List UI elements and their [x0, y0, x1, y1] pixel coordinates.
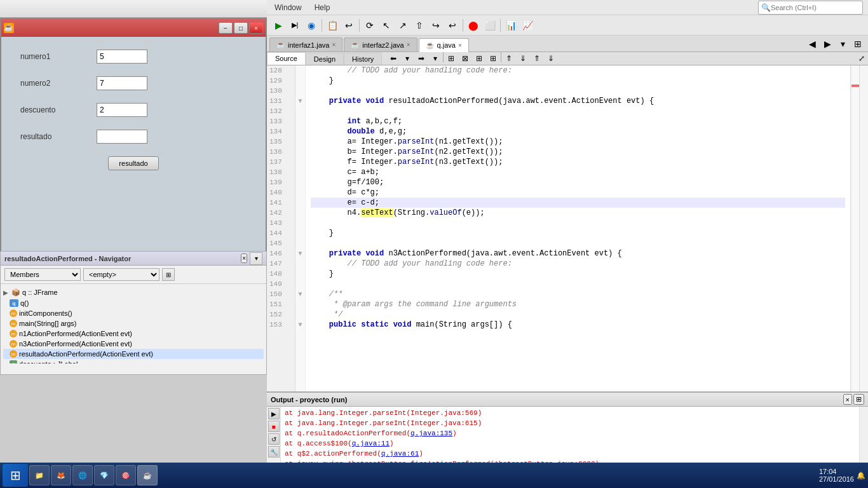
swing-close-button[interactable]: × — [249, 22, 263, 34]
editor-btn-fwd[interactable]: ➡ — [415, 52, 428, 65]
taskbar-netbeans[interactable]: ☕ — [137, 465, 158, 485]
editor-btn-jump3[interactable]: ⇑ — [531, 52, 543, 65]
editor-btn-jump2[interactable]: ⇓ — [517, 52, 529, 65]
toolbar-btn-11[interactable]: 📊 — [503, 18, 519, 33]
output-line: at java.lang.Integer.parseInt(Integer.ja… — [285, 408, 855, 418]
tab-scroll-left[interactable]: ◀ — [804, 36, 820, 51]
code-line-141: e= c-d; — [311, 198, 845, 208]
subtab-history[interactable]: History — [344, 53, 382, 65]
run-button[interactable]: ▶ — [271, 18, 286, 33]
toolbar-btn-9[interactable]: ⬤ — [466, 18, 481, 33]
toolbar-btn-12[interactable]: 📈 — [520, 18, 535, 33]
editor-expand-button[interactable]: ⤢ — [855, 52, 868, 65]
code-content[interactable]: // TODO add your handling code here: } p… — [306, 65, 850, 391]
taskbar-browser[interactable]: 🌐 — [72, 465, 93, 485]
editor-btn-dropdown2[interactable]: ▾ — [429, 52, 442, 65]
toolbar-btn-6[interactable]: ⇧ — [412, 18, 427, 33]
members-select[interactable]: Members — [4, 268, 81, 281]
output-rerun-button[interactable]: ↺ — [268, 433, 280, 445]
output-link[interactable]: q.java:11 — [352, 440, 390, 447]
navigator-menu-button[interactable]: ▾ — [250, 252, 262, 265]
tree-item-resultadoaction[interactable]: m resultadoActionPerformed(ActionEvent e… — [3, 349, 264, 359]
editor-sep2 — [501, 52, 501, 62]
output-link[interactable]: q.java:61 — [381, 450, 419, 458]
tree-item-n1action[interactable]: m n1ActionPerformed(ActionEvent evt) — [3, 329, 264, 339]
tab-close-qjava[interactable]: × — [458, 42, 462, 49]
method-icon: m — [10, 330, 17, 337]
output-maximize-button[interactable]: ⊞ — [853, 394, 864, 405]
tree-item-initcomponents[interactable]: m initComponents() — [3, 308, 264, 318]
navigator-close-button[interactable]: × — [241, 254, 247, 263]
output-clear-button[interactable]: 🔧 — [268, 446, 280, 458]
taskbar-right: 17:04 27/01/2016 🔔 — [819, 468, 865, 483]
form-row-resultado: resultado — [20, 130, 247, 144]
resultado-button[interactable]: resultado — [108, 156, 158, 170]
tab-scroll-right[interactable]: ▶ — [820, 36, 835, 51]
taskbar-time: 17:04 — [819, 468, 854, 475]
toolbar-separator-2 — [359, 19, 360, 32]
empty-select[interactable]: <empty> — [83, 268, 159, 281]
taskbar-app1[interactable]: 💎 — [94, 465, 114, 485]
toolbar-btn-5[interactable]: ↗ — [395, 18, 410, 33]
tab-interfaz2[interactable]: ☕ interfaz2.java × — [344, 37, 417, 51]
tree-item-label: n3ActionPerformed(ActionEvent evt) — [19, 340, 132, 348]
taskbar-app2[interactable]: 🎯 — [116, 465, 136, 485]
menu-help[interactable]: Help — [312, 2, 333, 13]
search-input[interactable] — [771, 4, 860, 11]
output-close-button[interactable]: × — [843, 394, 852, 405]
debug-button[interactable]: ▶| — [287, 18, 302, 33]
subtab-design[interactable]: Design — [306, 53, 344, 65]
tree-item-n3action[interactable]: m n3ActionPerformed(ActionEvent evt) — [3, 339, 264, 349]
editor-btn-dropdown[interactable]: ▾ — [401, 52, 414, 65]
input-numero1[interactable] — [97, 50, 147, 64]
tree-item-constructor[interactable]: q q() — [3, 298, 264, 308]
tab-close-interfaz2[interactable]: × — [407, 41, 410, 48]
toolbar-btn-7[interactable]: ↪ — [428, 18, 444, 33]
tree-item-label: q() — [20, 299, 29, 307]
tree-item-main[interactable]: m main(String[] args) — [3, 318, 264, 329]
taskbar-firefox[interactable]: 🦊 — [51, 465, 71, 485]
editor-btn-jump4[interactable]: ⇓ — [545, 52, 557, 65]
start-button[interactable]: ⊞ — [3, 464, 28, 487]
input-numero2[interactable] — [97, 76, 147, 90]
toolbar-btn-3[interactable]: ⟳ — [362, 18, 377, 33]
code-line-138: c= a+b; — [311, 167, 845, 177]
toolbar-btn-4[interactable]: ↖ — [379, 18, 394, 33]
tree-item-root[interactable]: ▶ 📦 q :: JFrame — [3, 287, 264, 298]
line-numbers: 1281291301311321331341351361371381391401… — [267, 65, 295, 391]
swing-minimize-button[interactable]: − — [219, 22, 233, 34]
fold-gutter: ▼▼▼▼ — [295, 65, 306, 391]
editor-btn-toggle1[interactable]: ⊞ — [445, 52, 458, 65]
editor-btn-jump1[interactable]: ⇑ — [503, 52, 515, 65]
tab-qjava[interactable]: ☕ q.java × — [419, 38, 469, 52]
input-descuento[interactable] — [97, 103, 147, 117]
toolbar-btn-2[interactable]: ↩ — [341, 18, 356, 33]
menu-window[interactable]: Window — [272, 2, 304, 13]
tab-icon: ☕ — [426, 41, 435, 50]
tab-menu-button[interactable]: ▾ — [835, 36, 850, 51]
swing-restore-button[interactable]: □ — [234, 22, 248, 34]
toolbar-btn-10[interactable]: ⬜ — [482, 18, 498, 33]
tree-item-descuento[interactable]: f descuento : JLabel — [3, 359, 264, 363]
toolbar-btn-1[interactable]: 📋 — [325, 18, 340, 33]
output-run-button[interactable]: ▶ — [268, 408, 280, 419]
tab-interfaz1[interactable]: ☕ interfaz1.java × — [269, 37, 342, 51]
input-resultado[interactable] — [97, 130, 147, 144]
output-stop-button[interactable]: ■ — [268, 421, 280, 432]
editor-btn-toggle2[interactable]: ⊠ — [459, 52, 471, 65]
editor-btn-toggle4[interactable]: ⊞ — [487, 52, 499, 65]
code-line-147: // TODO add your handling code here: — [311, 259, 845, 269]
taskbar-notification-icon[interactable]: 🔔 — [857, 471, 865, 480]
scrollbar-right[interactable] — [859, 65, 868, 391]
profile-button[interactable]: ◉ — [304, 18, 319, 33]
taskbar-explorer[interactable]: 📁 — [29, 465, 50, 485]
output-link[interactable]: q.java:135 — [410, 430, 452, 437]
subtab-source[interactable]: Source — [267, 52, 306, 65]
tab-expand-button[interactable]: ⊞ — [850, 36, 865, 51]
toolbar-btn-8[interactable]: ↩ — [445, 18, 460, 33]
navigator-action-button[interactable]: ⊞ — [162, 268, 175, 281]
editor-btn-back[interactable]: ⬅ — [387, 52, 400, 65]
tab-close-interfaz1[interactable]: × — [332, 41, 336, 48]
tree-item-label: initComponents() — [19, 309, 72, 317]
editor-btn-toggle3[interactable]: ⊞ — [473, 52, 485, 65]
